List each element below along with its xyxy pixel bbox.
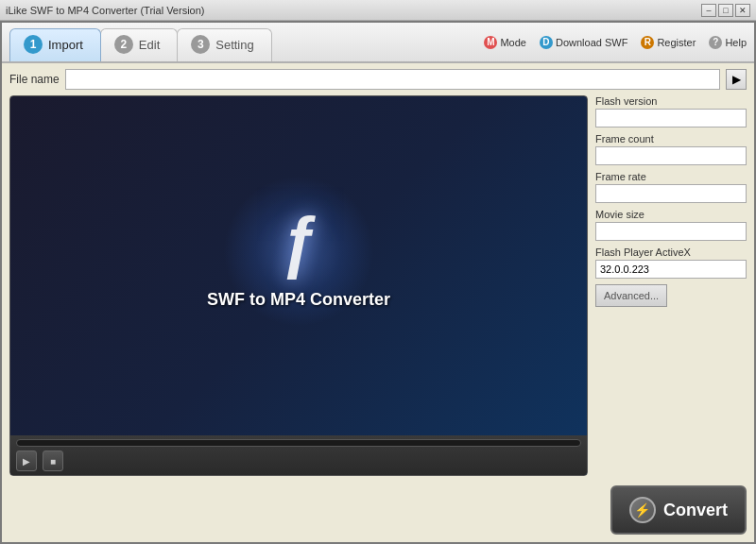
tab-setting[interactable]: 3 Setting	[177, 28, 271, 61]
tab-edit-number: 2	[114, 35, 133, 54]
tab-import-number: 1	[24, 35, 43, 54]
mode-button[interactable]: M Mode	[484, 36, 526, 49]
nav-bar: 1 Import 2 Edit 3 Setting M Mode D Downl…	[2, 23, 754, 63]
video-title: SWF to MP4 Converter	[207, 290, 390, 310]
help-icon: ?	[709, 36, 722, 49]
help-button[interactable]: ? Help	[709, 36, 747, 49]
flash-version-label: Flash version	[595, 95, 747, 107]
mode-icon: M	[484, 36, 497, 49]
frame-rate-label: Frame rate	[595, 171, 747, 182]
file-browse-button[interactable]: ▶	[726, 69, 747, 90]
file-row: File name ▶	[9, 69, 747, 90]
title-bar: iLike SWF to MP4 Converter (Trial Versio…	[0, 0, 756, 21]
flash-player-group: Flash Player ActiveX	[595, 246, 747, 279]
right-panel: Flash version Frame count Frame rate Mov…	[595, 95, 747, 476]
main-window: 1 Import 2 Edit 3 Setting M Mode D Downl…	[0, 21, 756, 544]
tabs: 1 Import 2 Edit 3 Setting	[9, 28, 271, 61]
flash-version-field	[595, 109, 747, 128]
download-swf-button[interactable]: D Download SWF	[540, 36, 627, 49]
frame-rate-field	[595, 184, 747, 203]
toolbar-right: M Mode D Download SWF R Register ? Help	[484, 28, 747, 61]
frame-rate-group: Frame rate	[595, 171, 747, 203]
bottom-area: ⚡ Convert	[2, 482, 754, 542]
movie-size-field	[595, 222, 747, 241]
stop-button[interactable]: ■	[43, 450, 63, 471]
close-button[interactable]: ✕	[735, 4, 750, 17]
flash-version-group: Flash version	[595, 95, 747, 128]
tab-edit-label: Edit	[139, 38, 160, 52]
convert-button[interactable]: ⚡ Convert	[610, 485, 747, 535]
minimize-button[interactable]: –	[701, 4, 716, 17]
tab-setting-label: Setting	[215, 38, 253, 52]
download-label: Download SWF	[556, 37, 627, 48]
video-preview: ƒ SWF to MP4 Converter ▶ ■	[9, 95, 588, 476]
flash-player-field	[595, 260, 747, 279]
file-name-label: File name	[9, 73, 60, 86]
download-icon: D	[540, 36, 553, 49]
convert-icon: ⚡	[629, 497, 656, 523]
frame-count-group: Frame count	[595, 133, 747, 165]
flash-logo-icon: ƒ	[280, 203, 318, 280]
convert-label: Convert	[663, 501, 728, 520]
flash-player-label: Flash Player ActiveX	[595, 246, 747, 258]
tab-edit[interactable]: 2 Edit	[100, 28, 178, 61]
content-area: File name ▶ ƒ SWF to MP4 Converter ▶	[2, 63, 754, 482]
tab-import-label: Import	[48, 38, 83, 52]
register-icon: R	[641, 36, 654, 49]
tab-setting-number: 3	[191, 35, 210, 54]
video-content: ƒ SWF to MP4 Converter	[10, 96, 587, 435]
movie-size-group: Movie size	[595, 209, 747, 241]
progress-bar[interactable]	[16, 439, 581, 447]
control-buttons: ▶ ■	[16, 450, 581, 471]
title-controls: – □ ✕	[701, 4, 750, 17]
advanced-button[interactable]: Advanced...	[595, 284, 667, 307]
help-label: Help	[725, 37, 747, 48]
video-controls: ▶ ■	[10, 435, 587, 475]
tab-import[interactable]: 1 Import	[9, 28, 101, 61]
play-button[interactable]: ▶	[16, 450, 37, 471]
frame-count-label: Frame count	[595, 133, 747, 144]
file-name-input[interactable]	[65, 69, 720, 90]
main-panel: ƒ SWF to MP4 Converter ▶ ■ Flash version	[9, 95, 747, 476]
register-label: Register	[657, 37, 696, 48]
frame-count-field	[595, 146, 747, 165]
movie-size-label: Movie size	[595, 209, 747, 220]
register-button[interactable]: R Register	[641, 36, 696, 49]
maximize-button[interactable]: □	[718, 4, 733, 17]
window-title: iLike SWF to MP4 Converter (Trial Versio…	[6, 5, 204, 16]
mode-label: Mode	[500, 37, 526, 48]
